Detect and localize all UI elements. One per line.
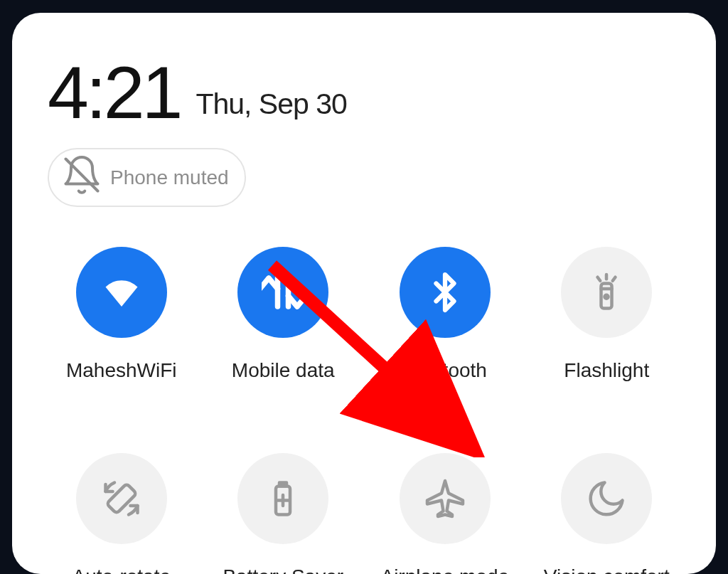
battery-saver-icon bbox=[237, 453, 328, 544]
auto-rotate-label: Auto-rotate bbox=[72, 565, 171, 574]
clock-row: 4:21 Thu, Sep 30 bbox=[48, 55, 687, 129]
auto-rotate-icon bbox=[76, 453, 167, 544]
vision-comfort-label: Vision comfort bbox=[544, 565, 670, 574]
phone-muted-pill[interactable]: Phone muted bbox=[48, 148, 246, 207]
flashlight-tile[interactable]: Flashlight bbox=[535, 247, 678, 382]
airplane-mode-tile[interactable]: Airplane mode bbox=[374, 453, 516, 574]
quick-settings-panel: 4:21 Thu, Sep 30 Phone muted MaheshWiFi bbox=[12, 13, 716, 574]
bluetooth-icon bbox=[400, 247, 491, 338]
auto-rotate-tile[interactable]: Auto-rotate bbox=[50, 453, 193, 574]
svg-line-8 bbox=[613, 277, 616, 281]
battery-saver-tile[interactable]: Battery Saver bbox=[212, 453, 354, 574]
flashlight-label: Flashlight bbox=[564, 359, 649, 382]
airplane-icon bbox=[400, 453, 491, 544]
date: Thu, Sep 30 bbox=[196, 87, 346, 121]
wifi-tile[interactable]: MaheshWiFi bbox=[50, 247, 193, 382]
wifi-label: MaheshWiFi bbox=[66, 359, 177, 382]
battery-saver-label: Battery Saver bbox=[223, 565, 343, 574]
wifi-icon bbox=[76, 247, 167, 338]
mobile-data-label: Mobile data bbox=[232, 359, 335, 382]
mobile-data-icon bbox=[237, 247, 328, 338]
moon-icon bbox=[561, 453, 652, 544]
bell-mute-icon bbox=[60, 154, 103, 201]
bluetooth-label: Bluetooth bbox=[403, 359, 487, 382]
svg-point-5 bbox=[605, 295, 609, 299]
svg-rect-11 bbox=[279, 483, 287, 487]
svg-line-7 bbox=[598, 277, 601, 281]
bluetooth-tile[interactable]: Bluetooth bbox=[374, 247, 516, 382]
flashlight-icon bbox=[561, 247, 652, 338]
time: 4:21 bbox=[48, 55, 180, 129]
airplane-mode-label: Airplane mode bbox=[380, 565, 509, 574]
svg-rect-9 bbox=[107, 484, 136, 514]
mobile-data-tile[interactable]: Mobile data bbox=[212, 247, 354, 382]
phone-muted-label: Phone muted bbox=[110, 166, 229, 189]
vision-comfort-tile[interactable]: Vision comfort bbox=[535, 453, 678, 574]
quick-tiles-grid: MaheshWiFi Mobile data Bluetooth bbox=[41, 247, 687, 574]
